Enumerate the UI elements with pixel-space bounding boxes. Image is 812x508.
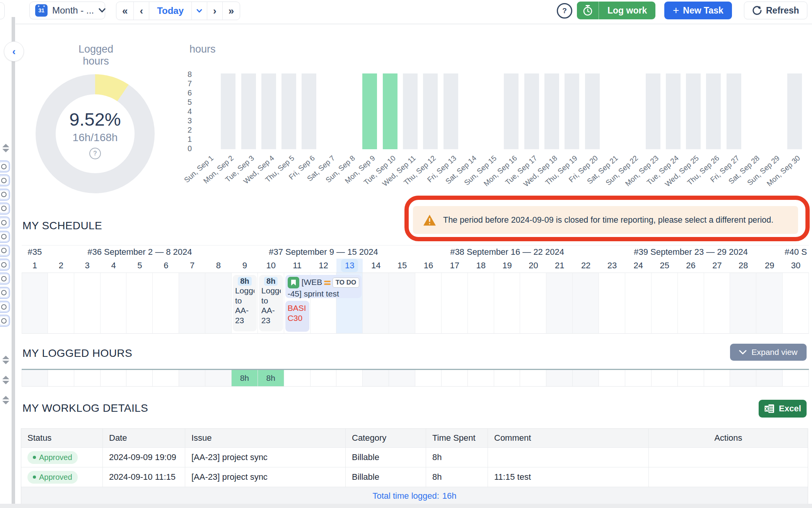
rail-item-button[interactable] [0, 315, 10, 327]
donut-help-button[interactable]: ? [89, 148, 101, 159]
bar[interactable] [706, 73, 721, 149]
schedule-day-column[interactable] [389, 273, 415, 333]
bar[interactable] [241, 73, 256, 149]
worklog-attribute-card[interactable]: BASIC30 [285, 301, 309, 332]
nav-first-button[interactable]: « [116, 2, 134, 20]
rail-item-button[interactable] [0, 160, 10, 172]
day-number-cell[interactable]: 3 [74, 259, 101, 273]
rail-item-button[interactable] [0, 301, 10, 313]
schedule-day-column[interactable] [415, 273, 442, 333]
day-number-cell[interactable]: 4 [101, 259, 127, 273]
refresh-button[interactable]: Refresh [744, 2, 807, 19]
schedule-day-column[interactable] [704, 273, 730, 333]
rail-item-button[interactable] [0, 259, 10, 271]
day-number-cell[interactable]: 6 [153, 259, 179, 273]
day-number-cell[interactable]: 21 [546, 259, 573, 273]
schedule-day-column[interactable] [730, 273, 756, 333]
rail-item-button[interactable] [0, 203, 10, 215]
bar[interactable] [261, 73, 276, 149]
logged-hours-cell[interactable] [179, 370, 205, 386]
schedule-day-column[interactable] [179, 273, 205, 333]
bar[interactable] [383, 73, 397, 149]
bar[interactable] [403, 73, 418, 149]
bar[interactable] [565, 73, 579, 149]
logged-hours-cell[interactable] [48, 370, 74, 386]
schedule-day-column[interactable] [573, 273, 599, 333]
task-card[interactable]: TO DO[WEB-45] sprint test [285, 275, 362, 298]
day-number-cell[interactable]: 22 [573, 259, 599, 273]
day-number-cell[interactable]: 20 [520, 259, 546, 273]
bar[interactable] [787, 73, 802, 149]
day-number-cell[interactable]: 18 [468, 259, 494, 273]
logged-work-card[interactable]: 8hLogged to AA-23 [259, 275, 283, 331]
rail-spinner[interactable] [2, 144, 10, 152]
logged-hours-cell[interactable] [625, 370, 652, 386]
day-number-cell[interactable]: 13 [336, 259, 363, 273]
bar[interactable] [302, 73, 316, 149]
nav-prev-button[interactable]: ‹ [134, 2, 149, 20]
excel-export-button[interactable]: X Excel [759, 400, 807, 418]
horizontal-scrollbar-track[interactable] [0, 504, 812, 508]
day-number-cell[interactable]: 10 [258, 259, 284, 273]
bar[interactable] [727, 73, 741, 149]
day-number-cell[interactable]: 16 [415, 259, 442, 273]
logged-hours-cell[interactable] [101, 370, 127, 386]
logged-hours-cell[interactable] [599, 370, 625, 386]
day-number-cell[interactable]: 1 [22, 259, 48, 273]
logged-hours-cell[interactable] [783, 370, 809, 386]
logged-hours-cell[interactable] [74, 370, 101, 386]
schedule-day-column[interactable] [205, 273, 232, 333]
log-work-button[interactable]: Log work [599, 2, 655, 19]
rail-spinner[interactable] [2, 356, 10, 364]
bar[interactable] [585, 73, 600, 149]
day-number-cell[interactable]: 12 [310, 259, 337, 273]
bar[interactable] [444, 73, 458, 149]
logged-hours-cell[interactable] [520, 370, 546, 386]
schedule-day-column[interactable] [48, 273, 74, 333]
schedule-day-column[interactable] [153, 273, 179, 333]
bar[interactable] [362, 73, 377, 149]
logged-hours-cell[interactable] [678, 370, 704, 386]
day-number-cell[interactable]: 14 [363, 259, 389, 273]
logged-hours-cell[interactable] [205, 370, 232, 386]
day-number-cell[interactable]: 9 [232, 259, 258, 273]
schedule-day-column[interactable] [599, 273, 625, 333]
today-dropdown-button[interactable] [192, 2, 207, 20]
logged-hours-cell[interactable] [126, 370, 153, 386]
logged-hours-cell[interactable] [468, 370, 494, 386]
schedule-day-column[interactable] [756, 273, 783, 333]
expand-view-button[interactable]: Expand view [730, 344, 807, 361]
schedule-day-column[interactable] [101, 273, 127, 333]
period-selector[interactable]: 31 Month - ... [29, 2, 105, 19]
collapse-panel-button[interactable]: ‹ [4, 41, 24, 61]
rail-item-button[interactable] [0, 216, 10, 228]
logged-hours-cell[interactable] [546, 370, 573, 386]
bar[interactable] [524, 73, 539, 149]
day-number-cell[interactable]: 15 [389, 259, 415, 273]
rail-item-button[interactable] [0, 273, 10, 285]
logged-hours-cell[interactable] [336, 370, 363, 386]
rail-item-button[interactable] [0, 287, 10, 299]
logged-hours-cell[interactable]: 8h [232, 370, 258, 386]
day-number-cell[interactable]: 26 [678, 259, 704, 273]
logged-hours-cell[interactable] [153, 370, 179, 386]
schedule-day-column[interactable] [468, 273, 494, 333]
schedule-day-column[interactable] [783, 273, 809, 333]
day-number-cell[interactable]: 27 [704, 259, 730, 273]
bar[interactable] [504, 73, 519, 149]
bar[interactable] [646, 73, 660, 149]
panel-divider[interactable] [12, 17, 15, 508]
day-number-cell[interactable]: 17 [442, 259, 468, 273]
bar[interactable] [221, 73, 235, 149]
logged-hours-cell[interactable] [442, 370, 468, 386]
day-number-cell[interactable]: 24 [625, 259, 652, 273]
day-number-cell[interactable]: 23 [599, 259, 625, 273]
schedule-day-column[interactable] [546, 273, 573, 333]
logged-work-card[interactable]: 8hLogged to AA-23 [233, 275, 257, 331]
logged-hours-cell[interactable] [756, 370, 783, 386]
bar[interactable] [281, 73, 296, 149]
schedule-day-column[interactable] [520, 273, 546, 333]
schedule-day-column[interactable] [494, 273, 520, 333]
rail-item-button[interactable] [0, 189, 10, 201]
logged-hours-cell[interactable] [363, 370, 389, 386]
